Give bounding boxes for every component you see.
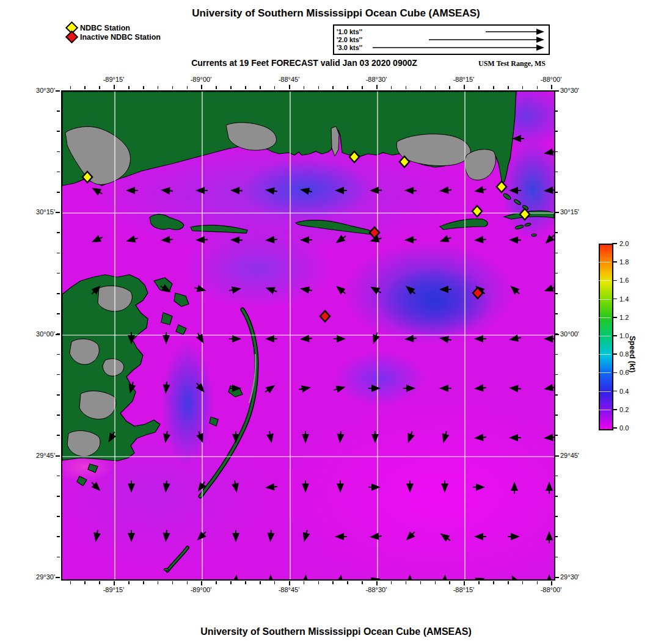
colorbar-tick <box>612 353 617 355</box>
vector-scale-box: '1.0 kts'''2.0 kts'''3.0 kts'' <box>333 24 550 55</box>
axis-tick <box>555 455 559 457</box>
axis-tick <box>555 192 558 193</box>
axis-tick <box>57 516 60 517</box>
axis-tick <box>158 581 159 584</box>
current-arrow <box>163 332 170 344</box>
axis-tick <box>158 86 159 89</box>
current-arrow <box>546 482 553 494</box>
region-label: USM Test Range, MS <box>478 59 546 68</box>
current-arrow <box>438 234 452 245</box>
current-arrow <box>544 433 554 442</box>
current-arrow <box>195 236 208 244</box>
axis-tick <box>522 581 524 584</box>
ndbc-station-marker[interactable] <box>472 206 482 217</box>
axis-tick <box>274 86 276 89</box>
current-arrow <box>335 574 345 579</box>
axis-tick <box>555 496 558 497</box>
current-arrow <box>194 284 207 294</box>
colorbar-tick <box>612 317 617 318</box>
lon-tick-label-bottom: -88°00' <box>541 586 562 593</box>
current-arrow <box>337 480 344 493</box>
current-arrow <box>128 480 135 493</box>
axis-tick <box>99 86 100 89</box>
lat-tick-label-right: 30°00' <box>560 330 579 338</box>
colorbar-gridline <box>599 317 611 318</box>
current-arrow <box>162 480 170 493</box>
axis-tick <box>201 85 202 89</box>
current-arrow <box>264 284 278 295</box>
current-arrow <box>474 384 487 393</box>
axis-tick <box>57 253 60 254</box>
axis-tick <box>289 581 290 585</box>
lat-tick-label-right: 30°15' <box>560 208 579 215</box>
svg-text:'1.0 kts'': '1.0 kts'' <box>337 28 362 35</box>
current-arrow <box>404 187 417 195</box>
axis-tick <box>347 581 348 584</box>
barrier-islands <box>150 193 554 236</box>
current-arrow <box>368 483 381 491</box>
colorbar-tick <box>612 335 617 336</box>
current-arrow <box>229 335 241 342</box>
current-arrow <box>265 186 277 195</box>
inactive-ndbc-station-marker[interactable] <box>320 311 330 322</box>
forecast-subtitle: Currents at 19 Feet FORECAST valid Jan 0… <box>191 58 417 68</box>
current-arrow <box>368 283 382 295</box>
axis-tick <box>555 172 558 173</box>
current-arrow <box>302 480 309 493</box>
axis-tick <box>201 581 202 585</box>
axis-tick <box>362 581 363 584</box>
colorbar-tick-label: 1.2 <box>619 314 629 321</box>
colorbar-tick-label: 0.2 <box>619 406 629 413</box>
current-arrow <box>298 384 312 393</box>
axis-tick <box>245 581 246 584</box>
current-arrow <box>509 236 521 244</box>
current-arrow <box>404 236 417 244</box>
colorbar-tick <box>612 299 617 300</box>
lat-tick-label-right: 30°30' <box>560 87 579 94</box>
current-arrow <box>302 431 309 443</box>
svg-text:'3.0 kts'': '3.0 kts'' <box>337 44 362 51</box>
current-arrow <box>473 483 485 491</box>
axis-tick <box>555 435 558 436</box>
lon-tick-label-top: -88°15' <box>453 76 475 83</box>
axis-tick <box>555 394 558 396</box>
colorbar-tick-label: 0.4 <box>619 388 629 395</box>
ndbc-station-marker[interactable] <box>520 209 530 220</box>
axis-tick <box>114 581 115 585</box>
colorbar-tick <box>612 243 617 244</box>
colorbar-tick <box>612 427 617 429</box>
axis-tick <box>230 86 232 89</box>
axis-tick <box>478 86 480 89</box>
current-arrow <box>509 384 522 393</box>
axis-tick <box>57 172 60 173</box>
axis-tick <box>555 313 558 314</box>
axis-tick <box>57 435 60 436</box>
current-arrow <box>440 574 449 579</box>
legend-ndbc-inactive: Inactive NDBC Station <box>67 32 161 42</box>
map-overlay <box>62 92 554 579</box>
lat-tick-label-left: 30°15' <box>18 208 55 215</box>
colorbar-axis-label: Speed (kt) <box>628 336 637 372</box>
current-arrow <box>194 331 206 345</box>
ndbc-station-marker[interactable] <box>497 181 506 192</box>
colorbar-gridline <box>599 391 611 392</box>
current-arrow <box>162 382 170 394</box>
current-arrow <box>544 335 554 342</box>
page-title: University of Southern Mississippi Ocean… <box>192 7 480 20</box>
axis-tick <box>508 581 509 584</box>
colorbar-tick <box>612 372 617 374</box>
current-vector-arrows <box>89 135 554 579</box>
current-arrow <box>472 574 486 579</box>
axis-tick <box>391 581 392 584</box>
axis-tick <box>406 86 407 89</box>
axis-tick <box>555 253 558 254</box>
axis-tick <box>70 581 71 584</box>
colorbar-tick-label: 1.8 <box>619 258 629 266</box>
current-arrow <box>370 187 382 195</box>
axis-tick <box>555 212 559 213</box>
axis-tick <box>216 581 217 584</box>
axis-tick <box>57 354 60 355</box>
axis-tick <box>57 151 60 153</box>
map-frame[interactable] <box>61 90 555 581</box>
current-arrow <box>508 533 520 540</box>
